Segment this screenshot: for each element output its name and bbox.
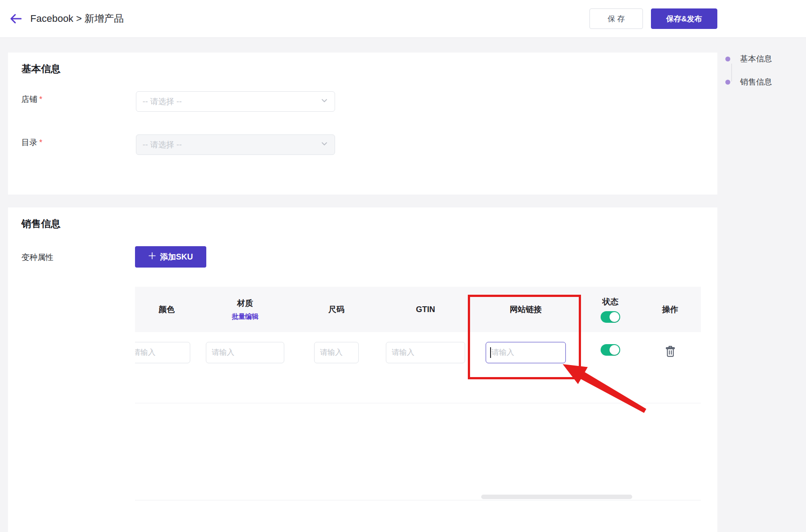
toggle-knob (610, 312, 619, 322)
sku-table-row (135, 332, 701, 403)
back-button[interactable] (9, 12, 23, 25)
toggle-knob (610, 345, 619, 355)
anchor-label: 销售信息 (740, 77, 772, 87)
column-header-size: 尺码 (328, 304, 344, 315)
text-caret (490, 347, 491, 358)
shop-field-label: 店铺* (21, 94, 42, 105)
anchor-dot-icon (725, 80, 730, 85)
material-input[interactable] (206, 342, 284, 363)
column-header-action: 操作 (662, 304, 678, 315)
row-status-toggle[interactable] (601, 344, 620, 356)
color-input[interactable] (135, 342, 190, 363)
trash-icon (665, 352, 676, 359)
save-publish-button[interactable]: 保存&发布 (651, 8, 717, 29)
column-header-gtin: GTIN (416, 305, 435, 314)
anchor-label: 基本信息 (740, 53, 772, 64)
delete-row-button[interactable] (665, 345, 676, 359)
gtin-input[interactable] (386, 342, 465, 363)
column-header-material: 材质 (237, 298, 253, 309)
website-link-input[interactable] (486, 342, 566, 363)
add-sku-button[interactable]: 添加SKU (135, 246, 206, 268)
status-header-toggle[interactable] (601, 311, 620, 323)
anchor-dot-icon (725, 57, 730, 61)
basic-info-section: 基本信息 店铺* -- 请选择 -- 目录* -- 请选择 -- (8, 53, 717, 195)
sku-table-header: 颜色 材质 批量编辑 尺码 GTIN 网站链接 状态 操作 (135, 287, 701, 332)
chevron-down-icon (320, 140, 328, 150)
anchor-item-basic-info[interactable]: 基本信息 (725, 53, 772, 64)
horizontal-scrollbar-thumb[interactable] (481, 495, 632, 499)
size-input[interactable] (314, 342, 359, 363)
save-button[interactable]: 保 存 (589, 8, 643, 29)
sku-table: 颜色 材质 批量编辑 尺码 GTIN 网站链接 状态 操作 (135, 287, 701, 500)
page-title: Facebook > 新增产品 (30, 0, 124, 37)
basic-info-title: 基本信息 (21, 62, 61, 76)
required-asterisk: * (39, 138, 42, 147)
shop-select[interactable]: -- 请选择 -- (136, 91, 335, 112)
add-sku-label: 添加SKU (160, 252, 193, 262)
sales-info-title: 销售信息 (21, 217, 61, 231)
batch-edit-link[interactable]: 批量编辑 (232, 313, 258, 321)
chevron-down-icon (320, 97, 328, 106)
variant-attributes-label: 变种属性 (21, 252, 53, 263)
column-header-website-link: 网站链接 (510, 304, 542, 315)
anchor-item-sales-info[interactable]: 销售信息 (725, 77, 772, 87)
top-bar: Facebook > 新增产品 保 存 保存&发布 (0, 0, 806, 38)
arrow-left-icon (9, 20, 23, 26)
catalog-select-placeholder: -- 请选择 -- (143, 139, 182, 150)
plus-icon (148, 252, 156, 262)
catalog-field-label: 目录* (21, 137, 42, 148)
sales-info-section: 销售信息 变种属性 添加SKU 颜色 材质 批量编辑 尺码 GTIN 网站链接 … (8, 207, 717, 532)
catalog-select[interactable]: -- 请选择 -- (136, 134, 335, 155)
column-header-color: 颜色 (159, 304, 175, 315)
required-asterisk: * (39, 95, 42, 104)
column-header-status: 状态 (602, 296, 618, 307)
shop-select-placeholder: -- 请选择 -- (143, 96, 182, 107)
